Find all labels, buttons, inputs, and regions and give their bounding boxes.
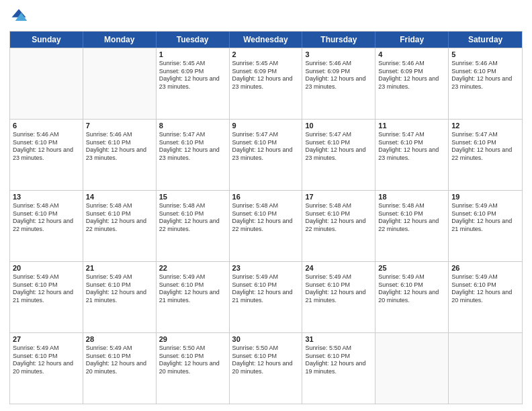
day-cell-1: 1Sunrise: 5:45 AM Sunset: 6:09 PM Daylig… [157,48,230,119]
day-info: Sunrise: 5:46 AM Sunset: 6:10 PM Dayligh… [13,131,80,163]
day-cell-30: 30Sunrise: 5:50 AM Sunset: 6:10 PM Dayli… [230,333,303,404]
day-cell-18: 18Sunrise: 5:48 AM Sunset: 6:10 PM Dayli… [375,191,449,261]
day-info: Sunrise: 5:49 AM Sunset: 6:10 PM Dayligh… [86,345,153,376]
day-info: Sunrise: 5:45 AM Sunset: 6:09 PM Dayligh… [232,60,300,91]
day-cell-21: 21Sunrise: 5:49 AM Sunset: 6:10 PM Dayli… [83,262,157,332]
day-info: Sunrise: 5:48 AM Sunset: 6:10 PM Dayligh… [159,202,226,234]
day-number: 25 [378,264,445,272]
day-info: Sunrise: 5:45 AM Sunset: 6:09 PM Dayligh… [159,60,226,91]
day-number: 3 [305,50,372,58]
day-cell-25: 25Sunrise: 5:49 AM Sunset: 6:10 PM Dayli… [375,262,449,332]
day-header-wednesday: Wednesday [230,32,303,48]
day-info: Sunrise: 5:48 AM Sunset: 6:10 PM Dayligh… [86,202,153,234]
day-number: 30 [232,335,300,343]
day-cell-15: 15Sunrise: 5:48 AM Sunset: 6:10 PM Dayli… [157,191,230,261]
day-number: 21 [86,264,153,272]
day-info: Sunrise: 5:46 AM Sunset: 6:10 PM Dayligh… [86,131,153,163]
day-info: Sunrise: 5:47 AM Sunset: 6:10 PM Dayligh… [378,131,445,163]
day-cell-14: 14Sunrise: 5:48 AM Sunset: 6:10 PM Dayli… [83,191,157,261]
day-info: Sunrise: 5:48 AM Sunset: 6:10 PM Dayligh… [305,202,372,234]
day-number: 14 [86,193,153,201]
header [9,7,523,26]
day-number: 15 [159,193,226,201]
week-row-5: 27Sunrise: 5:49 AM Sunset: 6:10 PM Dayli… [10,332,522,404]
day-cell-12: 12Sunrise: 5:47 AM Sunset: 6:10 PM Dayli… [449,120,522,190]
day-info: Sunrise: 5:49 AM Sunset: 6:10 PM Dayligh… [451,273,519,305]
day-header-sunday: Sunday [10,32,83,48]
day-cell-29: 29Sunrise: 5:50 AM Sunset: 6:10 PM Dayli… [157,333,230,404]
page: SundayMondayTuesdayWednesdayThursdayFrid… [0,0,532,411]
day-number: 12 [451,122,519,130]
day-number: 23 [232,264,300,272]
day-cell-28: 28Sunrise: 5:49 AM Sunset: 6:10 PM Dayli… [83,333,157,404]
day-info: Sunrise: 5:46 AM Sunset: 6:09 PM Dayligh… [305,60,372,91]
logo-icon [9,7,28,26]
day-cell-24: 24Sunrise: 5:49 AM Sunset: 6:10 PM Dayli… [302,262,375,332]
week-row-3: 13Sunrise: 5:48 AM Sunset: 6:10 PM Dayli… [10,190,522,261]
day-number: 27 [13,335,80,343]
day-info: Sunrise: 5:48 AM Sunset: 6:10 PM Dayligh… [232,202,300,234]
day-cell-10: 10Sunrise: 5:47 AM Sunset: 6:10 PM Dayli… [302,120,375,190]
day-cell-5: 5Sunrise: 5:46 AM Sunset: 6:10 PM Daylig… [449,48,522,119]
day-cell-13: 13Sunrise: 5:48 AM Sunset: 6:10 PM Dayli… [10,191,83,261]
empty-cell [449,333,522,404]
week-row-4: 20Sunrise: 5:49 AM Sunset: 6:10 PM Dayli… [10,261,522,332]
day-number: 17 [305,193,372,201]
day-header-tuesday: Tuesday [157,32,230,48]
day-cell-8: 8Sunrise: 5:47 AM Sunset: 6:10 PM Daylig… [157,120,230,190]
empty-cell [375,333,449,404]
day-info: Sunrise: 5:50 AM Sunset: 6:10 PM Dayligh… [232,345,300,376]
empty-cell [10,48,83,119]
day-header-saturday: Saturday [449,32,522,48]
day-cell-20: 20Sunrise: 5:49 AM Sunset: 6:10 PM Dayli… [10,262,83,332]
day-cell-22: 22Sunrise: 5:49 AM Sunset: 6:10 PM Dayli… [157,262,230,332]
day-info: Sunrise: 5:49 AM Sunset: 6:10 PM Dayligh… [305,273,372,305]
week-row-2: 6Sunrise: 5:46 AM Sunset: 6:10 PM Daylig… [10,119,522,190]
day-cell-7: 7Sunrise: 5:46 AM Sunset: 6:10 PM Daylig… [83,120,157,190]
day-info: Sunrise: 5:49 AM Sunset: 6:10 PM Dayligh… [13,345,80,376]
day-number: 11 [378,122,445,130]
day-cell-9: 9Sunrise: 5:47 AM Sunset: 6:10 PM Daylig… [230,120,303,190]
day-number: 7 [86,122,153,130]
day-number: 29 [159,335,226,343]
calendar-header: SundayMondayTuesdayWednesdayThursdayFrid… [10,32,522,48]
day-info: Sunrise: 5:47 AM Sunset: 6:10 PM Dayligh… [159,131,226,163]
day-number: 13 [13,193,80,201]
day-info: Sunrise: 5:47 AM Sunset: 6:10 PM Dayligh… [305,131,372,163]
day-info: Sunrise: 5:50 AM Sunset: 6:10 PM Dayligh… [159,345,226,376]
day-info: Sunrise: 5:49 AM Sunset: 6:10 PM Dayligh… [13,273,80,305]
week-row-1: 1Sunrise: 5:45 AM Sunset: 6:09 PM Daylig… [10,48,522,119]
day-header-thursday: Thursday [302,32,375,48]
day-cell-2: 2Sunrise: 5:45 AM Sunset: 6:09 PM Daylig… [230,48,303,119]
day-header-monday: Monday [83,32,157,48]
day-info: Sunrise: 5:46 AM Sunset: 6:10 PM Dayligh… [451,60,519,91]
day-cell-23: 23Sunrise: 5:49 AM Sunset: 6:10 PM Dayli… [230,262,303,332]
day-info: Sunrise: 5:46 AM Sunset: 6:09 PM Dayligh… [378,60,445,91]
day-cell-16: 16Sunrise: 5:48 AM Sunset: 6:10 PM Dayli… [230,191,303,261]
day-info: Sunrise: 5:48 AM Sunset: 6:10 PM Dayligh… [13,202,80,234]
day-cell-4: 4Sunrise: 5:46 AM Sunset: 6:09 PM Daylig… [375,48,449,119]
day-number: 18 [378,193,445,201]
day-cell-27: 27Sunrise: 5:49 AM Sunset: 6:10 PM Dayli… [10,333,83,404]
day-number: 20 [13,264,80,272]
day-cell-6: 6Sunrise: 5:46 AM Sunset: 6:10 PM Daylig… [10,120,83,190]
day-header-friday: Friday [375,32,449,48]
day-info: Sunrise: 5:47 AM Sunset: 6:10 PM Dayligh… [232,131,300,163]
day-number: 19 [451,193,519,201]
empty-cell [83,48,157,119]
day-cell-26: 26Sunrise: 5:49 AM Sunset: 6:10 PM Dayli… [449,262,522,332]
day-number: 26 [451,264,519,272]
day-info: Sunrise: 5:49 AM Sunset: 6:10 PM Dayligh… [159,273,226,305]
day-number: 6 [13,122,80,130]
day-info: Sunrise: 5:49 AM Sunset: 6:10 PM Dayligh… [86,273,153,305]
day-number: 2 [232,50,300,58]
calendar: SundayMondayTuesdayWednesdayThursdayFrid… [9,31,523,404]
day-cell-11: 11Sunrise: 5:47 AM Sunset: 6:10 PM Dayli… [375,120,449,190]
day-info: Sunrise: 5:47 AM Sunset: 6:10 PM Dayligh… [451,131,519,163]
day-cell-17: 17Sunrise: 5:48 AM Sunset: 6:10 PM Dayli… [302,191,375,261]
day-number: 8 [159,122,226,130]
day-cell-19: 19Sunrise: 5:49 AM Sunset: 6:10 PM Dayli… [449,191,522,261]
day-number: 24 [305,264,372,272]
day-cell-31: 31Sunrise: 5:50 AM Sunset: 6:10 PM Dayli… [302,333,375,404]
day-number: 22 [159,264,226,272]
